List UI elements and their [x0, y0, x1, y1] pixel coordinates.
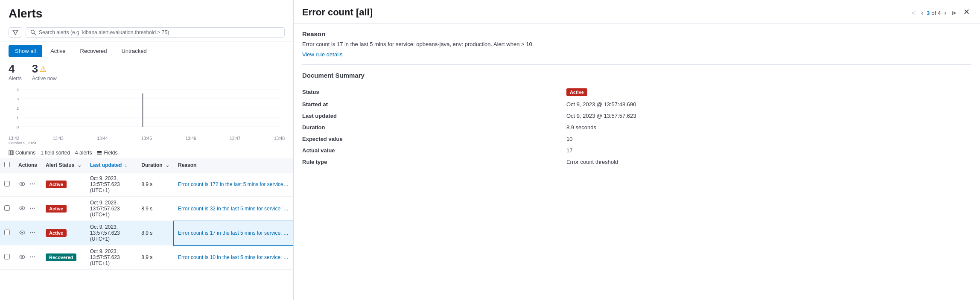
doc-value-3: 8.9 seconds: [566, 122, 971, 133]
table-header-row: Actions Alert Status ⌄ Last updated ↓ Du…: [0, 158, 293, 172]
doc-label-3: Duration: [302, 122, 566, 133]
svg-point-20: [21, 183, 23, 185]
x-label-3: 13:45: [141, 136, 152, 141]
toolbar: Search alerts (e.g. kibana.alert.evaluat…: [0, 24, 293, 41]
prev-page-button[interactable]: ‹: [919, 9, 925, 17]
th-last-updated[interactable]: Last updated ↓: [86, 158, 137, 172]
tab-recovered[interactable]: Recovered: [74, 45, 114, 57]
svg-text:1: 1: [17, 116, 19, 120]
doc-value-6: Error count threshold: [566, 156, 971, 168]
doc-row-3: Duration8.9 seconds: [302, 122, 971, 133]
right-panel: Error count [all] ⊲ ‹ 3 of 4 › ⊳ ✕ Reaso…: [294, 0, 980, 300]
reason-cell[interactable]: Error count is 172 in the last 5 mins fo…: [174, 172, 293, 197]
svg-point-27: [32, 207, 33, 208]
svg-point-23: [34, 183, 35, 184]
tab-untracked[interactable]: Untracked: [115, 45, 153, 57]
reason-cell[interactable]: Error count is 32 in the last 5 mins for…: [174, 197, 293, 221]
doc-label-0: Status: [302, 86, 566, 99]
pagination-controls: ⊲ ‹ 3 of 4 › ⊳: [909, 9, 958, 17]
more-icon: [29, 230, 35, 236]
doc-value-4: 10: [566, 133, 971, 145]
doc-value-5: 17: [566, 145, 971, 156]
eye-button-2[interactable]: [18, 229, 26, 238]
columns-button[interactable]: Columns: [9, 150, 35, 156]
eye-button-0[interactable]: [18, 180, 26, 189]
doc-row-6: Rule typeError count threshold: [302, 156, 971, 168]
row-checkbox-0[interactable]: [4, 181, 10, 186]
th-actions: Actions: [14, 158, 41, 172]
more-icon: [29, 254, 35, 260]
last-updated-cell: Oct 9, 2023, 13:57:57.623 (UTC+1): [86, 172, 137, 197]
doc-row-2: Last updatedOct 9, 2023 @ 13:57:57.623: [302, 110, 971, 122]
doc-label-4: Expected value: [302, 133, 566, 145]
view-rule-link[interactable]: View rule details: [302, 51, 342, 58]
duration-cell: 8.9 s: [137, 197, 174, 221]
status-badge-2: Active: [46, 229, 67, 237]
svg-point-30: [21, 232, 23, 233]
first-page-button[interactable]: ⊲: [909, 9, 918, 17]
alerts-table-wrapper: Actions Alert Status ⌄ Last updated ↓ Du…: [0, 158, 293, 300]
more-button-1[interactable]: [29, 204, 36, 213]
svg-line-1: [34, 33, 36, 35]
select-all-header[interactable]: [0, 158, 14, 172]
select-all-checkbox[interactable]: [4, 162, 10, 167]
fields-label: Fields: [104, 150, 117, 156]
eye-button-3[interactable]: [18, 253, 26, 262]
reason-cell[interactable]: Error count is 17 in the last 5 mins for…: [174, 221, 293, 245]
doc-summary-table: StatusActiveStarted atOct 9, 2023 @ 13:5…: [302, 86, 971, 168]
svg-rect-17: [97, 152, 102, 153]
right-panel-header: Error count [all] ⊲ ‹ 3 of 4 › ⊳ ✕: [294, 0, 980, 23]
status-badge-3: Recovered: [46, 253, 76, 261]
action-icons: [18, 204, 37, 213]
active-now-count: 3: [32, 62, 38, 76]
more-button-3[interactable]: [29, 253, 36, 262]
eye-button-1[interactable]: [18, 204, 26, 213]
chart-x-labels: 13:42 13:43 13:44 13:45 13:46 13:47 13:4…: [0, 136, 293, 141]
status-badge-right: Active: [566, 88, 587, 96]
doc-row-4: Expected value10: [302, 133, 971, 145]
x-label-4: 13:46: [186, 136, 196, 141]
more-icon: [29, 181, 35, 187]
table-row: ActiveOct 9, 2023, 13:57:57.623 (UTC+1)8…: [0, 172, 293, 197]
fields-button[interactable]: Fields: [97, 150, 117, 156]
doc-summary-section: Document Summary StatusActiveStarted atO…: [302, 72, 971, 168]
action-icons: [18, 253, 37, 262]
search-placeholder: Search alerts (e.g. kibana.alert.evaluat…: [39, 29, 169, 35]
row-checkbox-1[interactable]: [4, 205, 10, 211]
tabs-row: Show all Active Recovered Untracked: [0, 41, 293, 57]
doc-label-6: Rule type: [302, 156, 566, 168]
reason-section-title: Reason: [302, 30, 971, 38]
doc-value-1: Oct 9, 2023 @ 13:57:48.690: [566, 99, 971, 110]
svg-point-26: [30, 207, 31, 208]
svg-point-22: [32, 183, 33, 184]
last-page-button[interactable]: ⊳: [950, 9, 958, 17]
chart-area: 0 1 2 3 4: [0, 85, 293, 136]
fields-icon: [97, 150, 102, 155]
filter-icon: [12, 29, 18, 35]
svg-rect-16: [97, 151, 102, 152]
tab-active[interactable]: Active: [44, 45, 72, 57]
doc-row-0: StatusActive: [302, 86, 971, 99]
right-header-controls: ⊲ ‹ 3 of 4 › ⊳ ✕: [909, 7, 971, 17]
row-checkbox-3[interactable]: [4, 254, 10, 259]
total-alerts-stat: 4 Alerts: [9, 62, 22, 82]
th-alert-status[interactable]: Alert Status ⌄: [41, 158, 86, 172]
reason-cell[interactable]: Error count is 10 in the last 5 mins for…: [174, 245, 293, 270]
x-label-1: 13:43: [53, 136, 64, 141]
more-button-2[interactable]: [29, 229, 36, 238]
th-duration[interactable]: Duration ⌄: [137, 158, 174, 172]
more-button-0[interactable]: [29, 180, 36, 189]
action-icons: [18, 180, 37, 189]
active-now-stat: 3 ⚠ Active now: [32, 62, 57, 82]
tab-show-all[interactable]: Show all: [9, 45, 42, 57]
alerts-chart: 0 1 2 3 4: [9, 85, 285, 132]
next-page-button[interactable]: ›: [942, 9, 948, 17]
filter-button[interactable]: [9, 27, 22, 38]
status-badge-0: Active: [46, 181, 67, 188]
row-checkbox-2[interactable]: [4, 230, 10, 235]
eye-icon: [19, 181, 25, 187]
chart-date-label: October 9, 2023: [0, 141, 293, 147]
close-button[interactable]: ✕: [962, 7, 971, 17]
warning-icon: ⚠: [40, 64, 47, 74]
last-updated-cell: Oct 9, 2023, 13:57:57.623 (UTC+1): [86, 221, 137, 245]
